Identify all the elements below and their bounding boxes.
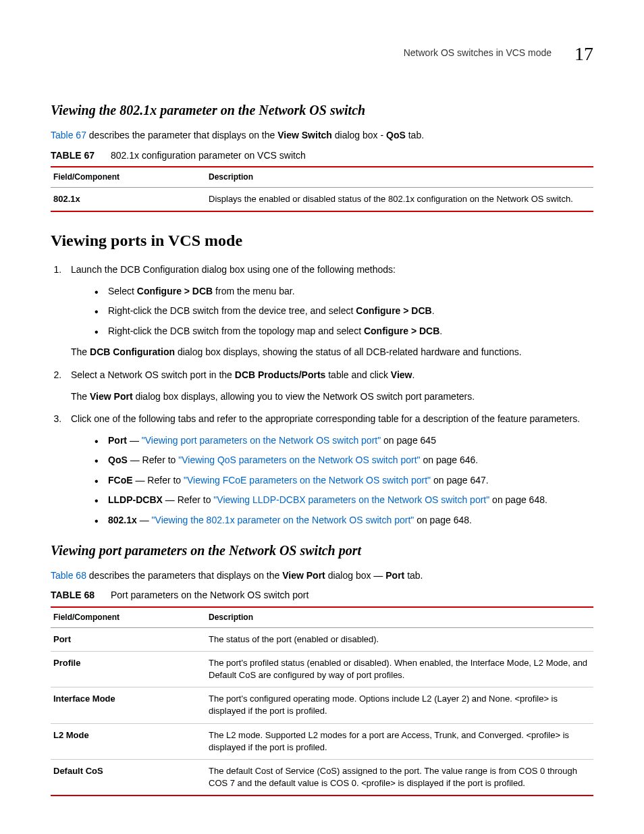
step1-note: The DCB Configuration dialog box display… [71,346,593,359]
table-row: ProfileThe port's profiled status (enabl… [51,651,593,687]
list-item: FCoE — Refer to "Viewing FCoE parameters… [95,474,593,488]
table67-header-field: Field/Component [51,167,206,187]
list-item: QoS — Refer to "Viewing QoS parameters o… [95,454,593,467]
port-link[interactable]: "Viewing port parameters on the Network … [142,435,381,446]
field-cell: Interface Mode [51,687,206,723]
table-row: Interface ModeThe port's configured oper… [51,687,593,723]
table68-header-desc: Description [206,607,593,627]
step2: Select a Network OS switch port in the D… [64,369,593,403]
field-cell: L2 Mode [51,723,206,759]
desc-cell: The L2 mode. Supported L2 modes for a po… [206,723,593,759]
field-cell: Default CoS [51,759,206,796]
step3-bullets: Port — "Viewing port parameters on the N… [95,434,593,527]
table67-header-desc: Description [206,167,593,187]
table68-link[interactable]: Table 68 [51,570,86,581]
table-row: 802.1x Displays the enabled or disabled … [51,188,593,212]
8021x-link[interactable]: "Viewing the 802.1x parameter on the Net… [152,515,414,525]
desc-cell: The port's configured operating mode. Op… [206,687,593,723]
list-item: Select Configure > DCB from the menu bar… [95,285,593,298]
desc-cell: The default Cost of Service (CoS) assign… [206,759,593,796]
page-header: Network OS switches in VCS mode 17 [51,41,593,67]
section1-intro: Table 67 describes the parameter that di… [51,129,593,142]
list-item: Right-click the DCB switch from the devi… [95,305,593,318]
fcoe-link[interactable]: "Viewing FCoE parameters on the Network … [184,475,431,486]
section3-intro: Table 68 describes the parameters that d… [51,569,593,583]
steps-list: Launch the DCB Configuration dialog box … [64,263,593,527]
list-item: Port — "Viewing port parameters on the N… [95,434,593,448]
desc-cell: The status of the port (enabled or disab… [206,627,593,651]
header-title: Network OS switches in VCS mode [404,47,552,58]
table67-link[interactable]: Table 67 [51,130,86,140]
step2-note: The View Port dialog box displays, allow… [71,390,593,404]
field-cell: Profile [51,651,206,687]
section3-heading: Viewing port parameters on the Network O… [51,541,593,560]
table-row: L2 ModeThe L2 mode. Supported L2 modes f… [51,723,593,759]
table67-title: TABLE 67 802.1x configuration parameter … [51,149,593,163]
step3: Click one of the following tabs and refe… [64,413,593,527]
section1-heading: Viewing the 802.1x parameter on the Netw… [51,101,593,120]
desc-cell: The port's profiled status (enabled or d… [206,651,593,687]
lldp-link[interactable]: "Viewing LLDP-DCBX parameters on the Net… [213,494,489,505]
table67: Field/Component Description 802.1x Displ… [51,166,593,212]
table68: Field/Component Description PortThe stat… [51,606,593,796]
qos-link[interactable]: "Viewing QoS parameters on the Network O… [178,454,420,465]
list-item: Right-click the DCB switch from the topo… [95,325,593,338]
list-item: 802.1x — "Viewing the 802.1x parameter o… [95,514,593,527]
table68-header-field: Field/Component [51,607,206,627]
table68-title: TABLE 68 Port parameters on the Network … [51,589,593,602]
table-row: PortThe status of the port (enabled or d… [51,627,593,651]
chapter-number: 17 [574,43,593,64]
section2-heading: Viewing ports in VCS mode [51,230,593,253]
list-item: LLDP-DCBX — Refer to "Viewing LLDP-DCBX … [95,494,593,507]
step1: Launch the DCB Configuration dialog box … [64,263,593,359]
step1-bullets: Select Configure > DCB from the menu bar… [95,285,593,338]
table-row: Default CoSThe default Cost of Service (… [51,759,593,796]
field-cell: Port [51,627,206,651]
